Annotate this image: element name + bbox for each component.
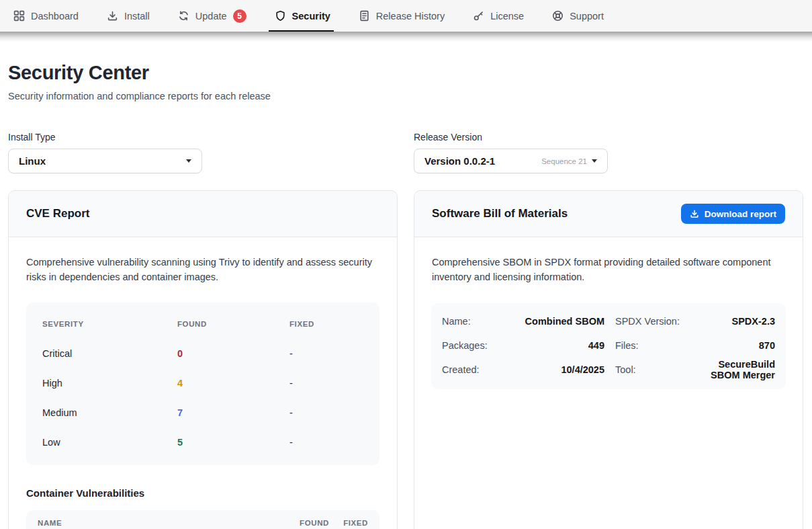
cve-card-header: CVE Report [9,191,397,237]
refresh-icon [178,10,189,22]
col-severity: SEVERITY [42,320,177,328]
release-version-field: Release Version Version 0.0.2-1 Sequence… [414,132,803,173]
severity-name: High [42,378,177,389]
release-version-select[interactable]: Version 0.0.2-1 Sequence 21 [414,149,608,173]
sbom-packages-value: 449 [523,340,615,351]
found-count: 0 [177,348,289,359]
page-title: Security Center [8,62,803,84]
sbom-created-value: 10/4/2025 [523,364,615,375]
col-found: FOUND [177,320,289,328]
main-content: Security Center Security information and… [0,62,812,529]
sbom-packages-label: Packages: [442,340,523,351]
life-buoy-icon [552,10,563,22]
sbom-files-label: Files: [615,340,688,351]
col-found: FOUND [279,519,329,527]
sbom-created-label: Created: [442,364,523,375]
nav-label: Security [292,11,330,22]
nav-label: Dashboard [31,11,79,22]
nav-item-support[interactable]: Support [552,0,604,32]
install-type-value: Linux [19,155,46,167]
nav-item-release-history[interactable]: Release History [359,0,445,32]
install-type-label: Install Type [8,132,398,143]
table-row-high: High 4 - [26,368,379,398]
table-row-medium: Medium 7 - [26,398,379,428]
nav-label: License [490,11,524,22]
download-icon [690,209,699,218]
release-version-meta-wrap: Sequence 21 [541,157,597,165]
container-vulnerabilities-header: NAME FOUND FIXED [26,510,379,529]
severity-name: Low [42,437,177,448]
cards-row: CVE Report Comprehensive vulnerability s… [8,190,803,529]
nav-label: Release History [376,11,445,22]
sbom-tool-value: SecureBuild SBOM Merger [688,359,775,380]
chevron-down-icon [592,159,597,163]
severity-name: Medium [42,407,177,418]
severity-table: SEVERITY FOUND FIXED Critical 0 - High 4… [26,302,379,465]
container-vulnerabilities-title: Container Vulnerabilities [26,487,379,499]
found-count: 7 [177,407,289,418]
nav-item-install[interactable]: Install [107,0,150,32]
severity-name: Critical [42,348,177,359]
nav-label: Support [570,11,604,22]
download-report-button[interactable]: Download report [681,204,785,224]
fixed-count: - [289,407,363,418]
sbom-details: Name: Combined SBOM SPDX Version: SPDX-2… [431,303,786,389]
top-nav: Dashboard Install Update 5 Security Rele… [0,0,812,32]
nav-item-license[interactable]: License [473,0,524,32]
severity-table-header: SEVERITY FOUND FIXED [26,309,379,339]
table-row-low: Low 5 - [26,428,379,457]
sbom-card: Software Bill of Materials Download repo… [414,190,803,529]
release-sequence-label: Sequence 21 [541,157,587,165]
fixed-count: - [289,348,363,359]
sbom-card-header: Software Bill of Materials Download repo… [414,191,803,237]
sbom-tool-label: Tool: [615,364,688,375]
col-fixed: FIXED [289,320,363,328]
nav-item-security[interactable]: Security [275,0,330,32]
download-report-label: Download report [705,209,776,219]
fixed-count: - [289,437,363,448]
sbom-spdx-label: SPDX Version: [615,316,688,327]
update-count-badge: 5 [233,9,246,23]
found-count: 4 [177,378,289,389]
sbom-row: Name: Combined SBOM SPDX Version: SPDX-2… [442,309,775,333]
sbom-spdx-value: SPDX-2.3 [688,316,775,327]
key-icon [473,10,484,22]
cve-card-title: CVE Report [26,207,89,220]
col-name: NAME [38,519,279,527]
table-row-critical: Critical 0 - [26,339,379,368]
page-subtitle: Security information and compliance repo… [8,91,803,101]
sbom-row: Created: 10/4/2025 Tool: SecureBuild SBO… [442,358,775,382]
sbom-name-label: Name: [442,316,523,327]
sbom-card-title: Software Bill of Materials [432,207,568,220]
fixed-count: - [289,378,363,389]
found-count: 5 [177,437,289,448]
col-fixed: FIXED [329,519,368,527]
sbom-row: Packages: 449 Files: 870 [442,333,775,358]
nav-item-dashboard[interactable]: Dashboard [13,0,79,32]
release-version-label: Release Version [414,132,803,143]
shield-icon [275,10,286,22]
nav-label: Update [195,11,227,22]
install-type-select[interactable]: Linux [8,149,202,173]
nav-label: Install [124,11,150,22]
document-icon [359,10,370,22]
install-type-field: Install Type Linux [8,132,398,173]
nav-item-update[interactable]: Update 5 [178,0,246,32]
download-icon [107,10,118,22]
filters-row: Install Type Linux Release Version Versi… [8,132,803,173]
cve-description: Comprehensive vulnerability scanning usi… [26,255,379,285]
dashboard-icon [13,10,25,22]
release-version-value: Version 0.0.2-1 [424,155,495,167]
chevron-down-icon [186,159,191,163]
nav-shadow-divider [0,32,812,42]
sbom-name-value: Combined SBOM [523,316,615,327]
cve-report-card: CVE Report Comprehensive vulnerability s… [8,190,398,529]
sbom-files-value: 870 [688,340,775,351]
sbom-description: Comprehensive SBOM in SPDX format provid… [432,255,785,285]
